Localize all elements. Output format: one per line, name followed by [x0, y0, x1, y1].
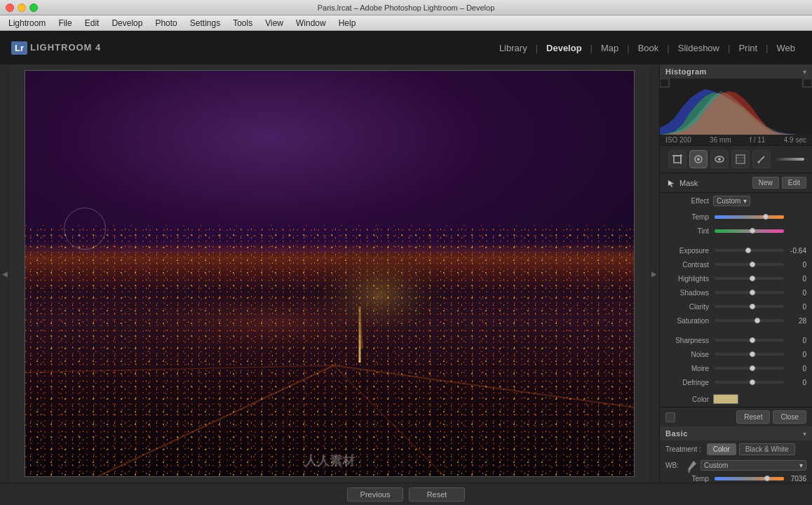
- close-button-panel[interactable]: Close: [773, 410, 806, 424]
- mask-toggle-checkbox[interactable]: [665, 412, 675, 422]
- left-panel-toggle[interactable]: ◀: [0, 65, 10, 483]
- module-nav: Library | Develop | Map | Book | Slidesh…: [494, 40, 801, 56]
- saturation-value: 28: [785, 317, 806, 325]
- mask-edit-button[interactable]: Edit: [782, 177, 806, 189]
- menu-view[interactable]: View: [259, 17, 289, 29]
- histogram-header[interactable]: Histogram ▾: [660, 65, 812, 79]
- color-swatch-label: Color: [665, 396, 709, 403]
- highlights-slider[interactable]: [715, 277, 784, 280]
- close-button[interactable]: [6, 4, 14, 12]
- spot-removal-tool[interactable]: [689, 150, 708, 168]
- menu-lightroom[interactable]: Lightroom: [3, 17, 51, 29]
- noise-handle[interactable]: [750, 351, 755, 357]
- shutter-speed: 4.9 sec: [784, 136, 806, 144]
- defringe-handle[interactable]: [750, 379, 755, 385]
- treatment-label: Treatment :: [665, 445, 701, 453]
- histogram-collapse-icon: ▾: [803, 68, 806, 76]
- temp-slider-handle[interactable]: [763, 214, 769, 220]
- mask-new-button[interactable]: New: [752, 177, 779, 189]
- basic-temp-slider[interactable]: [715, 477, 784, 480]
- noise-slider[interactable]: [715, 353, 784, 356]
- nav-book[interactable]: Book: [632, 40, 665, 56]
- menu-develop[interactable]: Develop: [106, 17, 148, 29]
- tint-slider-track[interactable]: [715, 229, 784, 233]
- clarity-value: 0: [785, 303, 806, 311]
- svg-rect-24: [688, 470, 690, 473]
- minimize-button[interactable]: [18, 4, 26, 12]
- nav-map[interactable]: Map: [595, 40, 624, 56]
- shadows-label: Shadows: [665, 289, 709, 297]
- color-treatment-button[interactable]: Color: [707, 443, 736, 455]
- clarity-handle[interactable]: [750, 304, 755, 309]
- shadows-handle[interactable]: [750, 290, 755, 295]
- adjustments-section: Exposure -0.64 Contrast 0 Highlights: [660, 241, 812, 331]
- reset-button[interactable]: Reset: [736, 410, 770, 424]
- histogram-info: ISO 200 36 mm f / 11 4.9 sec: [660, 135, 812, 145]
- saturation-handle[interactable]: [755, 318, 760, 323]
- contrast-slider[interactable]: [715, 263, 784, 266]
- adjustment-brush-tool[interactable]: [752, 150, 771, 168]
- graduated-filter-tool[interactable]: [731, 150, 750, 168]
- exposure-handle[interactable]: [745, 248, 751, 253]
- redeye-tool[interactable]: [710, 150, 729, 168]
- wb-eyedropper-tool[interactable]: [686, 459, 698, 471]
- cursor-position-indicator: [665, 177, 677, 189]
- menu-edit[interactable]: Edit: [79, 17, 105, 29]
- menu-photo[interactable]: Photo: [149, 17, 182, 29]
- right-panel: Histogram ▾: [659, 65, 812, 483]
- maximize-button[interactable]: [29, 4, 38, 12]
- highlights-handle[interactable]: [750, 276, 755, 281]
- menu-settings[interactable]: Settings: [184, 17, 226, 29]
- photo-canvas-area: 人人素材: [10, 65, 649, 483]
- aperture-value: f / 11: [750, 136, 765, 144]
- sharpness-handle[interactable]: [750, 337, 755, 343]
- menu-help[interactable]: Help: [333, 17, 362, 29]
- moire-handle[interactable]: [750, 365, 755, 371]
- noise-row: Noise 0: [665, 348, 806, 361]
- exposure-slider[interactable]: [715, 249, 784, 252]
- effect-value: Custom: [717, 197, 740, 205]
- tint-slider-handle[interactable]: [750, 228, 755, 234]
- nav-slideshow[interactable]: Slideshow: [672, 40, 725, 56]
- contrast-handle[interactable]: [750, 262, 755, 267]
- basic-temp-handle[interactable]: [764, 476, 770, 481]
- crop-tool[interactable]: [668, 150, 686, 168]
- reset-develop-button[interactable]: Reset: [409, 487, 465, 501]
- moire-slider[interactable]: [715, 367, 784, 370]
- nav-library[interactable]: Library: [494, 40, 533, 56]
- traffic-lights: [6, 4, 38, 12]
- clarity-slider[interactable]: [715, 305, 784, 308]
- panel-checkbox-row: Reset Close: [660, 407, 812, 426]
- wb-dropdown-arrow-icon: ▾: [799, 462, 803, 469]
- photo-content: 人人素材: [25, 71, 634, 476]
- focal-length: 36 mm: [710, 136, 731, 144]
- effect-dropdown[interactable]: Custom ▾: [713, 196, 750, 206]
- brush-size-slider[interactable]: [776, 158, 804, 161]
- defringe-slider[interactable]: [715, 381, 784, 384]
- sharpness-row: Sharpness 0: [665, 334, 806, 346]
- sharpening-section: Sharpness 0 Noise 0 Moire: [660, 331, 812, 393]
- shadows-slider[interactable]: [715, 291, 784, 294]
- nav-develop[interactable]: Develop: [541, 40, 588, 56]
- sharpness-slider[interactable]: [715, 339, 784, 342]
- mask-row: Mask New Edit: [660, 173, 812, 193]
- svg-point-16: [718, 158, 721, 161]
- previous-button[interactable]: Previous: [347, 487, 403, 501]
- contrast-row: Contrast 0: [665, 258, 806, 271]
- histogram-chart: [660, 79, 812, 135]
- saturation-slider[interactable]: [715, 319, 784, 322]
- bw-treatment-button[interactable]: Black & White: [739, 443, 795, 455]
- basic-section-header[interactable]: Basic ▾: [660, 426, 812, 440]
- color-swatch[interactable]: [713, 394, 738, 404]
- menu-window[interactable]: Window: [290, 17, 332, 29]
- nav-web[interactable]: Web: [771, 40, 801, 56]
- wb-row: WB: Custom ▾: [660, 458, 812, 472]
- nav-print[interactable]: Print: [733, 40, 763, 56]
- effect-label: Effect: [665, 197, 709, 205]
- sharpness-label: Sharpness: [665, 337, 709, 344]
- menu-tools[interactable]: Tools: [227, 17, 258, 29]
- menu-file[interactable]: File: [53, 17, 77, 29]
- right-panel-toggle[interactable]: ▶: [649, 65, 659, 483]
- temp-slider-track[interactable]: [715, 215, 784, 219]
- wb-dropdown[interactable]: Custom ▾: [701, 460, 806, 471]
